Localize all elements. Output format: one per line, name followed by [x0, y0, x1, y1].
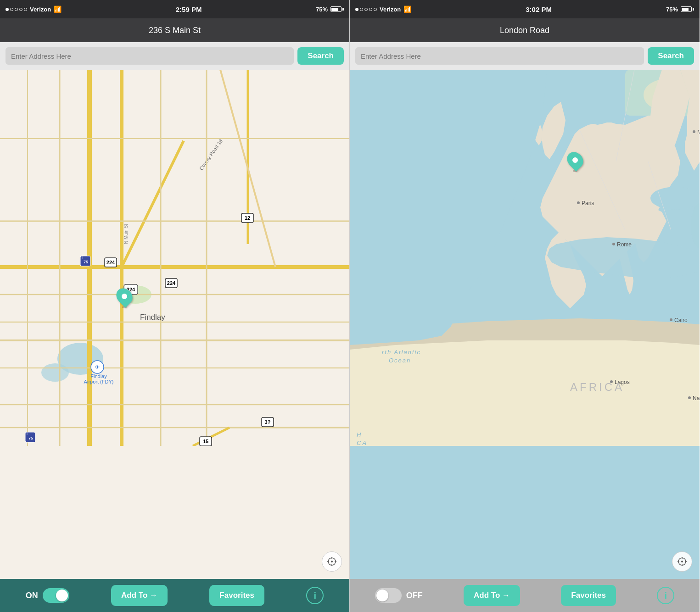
right-bottom-bar: OFF Add To → Favorites i — [350, 579, 700, 612]
right-carrier: Verizon — [380, 6, 401, 13]
right-toggle-label: OFF — [406, 591, 423, 601]
right-status-bar: Verizon 📶 3:02 PM 75% — [350, 0, 700, 18]
left-title: 236 S Main St — [149, 26, 201, 35]
left-location-icon — [326, 556, 337, 567]
svg-text:12: 12 — [245, 215, 250, 221]
left-map-findlay: County Road 18 — [0, 70, 349, 579]
dot-4 — [19, 8, 22, 11]
svg-text:75: 75 — [28, 436, 33, 440]
left-search-input[interactable] — [6, 47, 294, 65]
right-map-pin — [568, 151, 582, 172]
right-status-left: Verizon 📶 — [355, 6, 411, 13]
svg-point-68 — [612, 243, 615, 245]
svg-text:Nairobi: Nairobi — [693, 395, 700, 401]
left-battery-pct: 75% — [316, 6, 328, 13]
svg-text:I: I — [82, 256, 83, 259]
right-add-to-button[interactable]: Add To → — [464, 585, 520, 606]
svg-text:Airport (FDY): Airport (FDY) — [84, 379, 114, 384]
left-info-button[interactable]: i — [306, 587, 324, 604]
svg-text:✈: ✈ — [95, 363, 100, 371]
right-toggle-group: OFF — [375, 588, 423, 603]
svg-text:Moscow: Moscow — [697, 129, 700, 135]
svg-text:Paris: Paris — [582, 200, 594, 206]
left-search-bar: Search — [0, 42, 349, 70]
svg-rect-0 — [0, 70, 349, 446]
right-status-right: 75% — [666, 6, 694, 13]
svg-text:15: 15 — [203, 439, 208, 444]
svg-text:rth Atlantic: rth Atlantic — [382, 349, 421, 356]
right-map-area: London Paris Rome Moscow Cairo Lagos Nai… — [350, 70, 700, 579]
svg-point-72 — [670, 318, 672, 321]
svg-text:3?: 3? — [265, 419, 271, 425]
left-toggle-label: ON — [26, 591, 38, 601]
left-toggle-group: ON — [26, 588, 69, 603]
right-dot-2 — [360, 8, 363, 11]
svg-text:H: H — [357, 431, 361, 438]
left-status-bar: Verizon 📶 2:59 PM 75% — [0, 0, 349, 18]
right-location-btn[interactable] — [672, 551, 692, 572]
left-status-right: 75% — [316, 6, 344, 13]
right-phone-panel: Verizon 📶 3:02 PM 75% London Road Search — [350, 0, 700, 612]
svg-text:Findlay: Findlay — [140, 313, 165, 322]
left-toggle-switch[interactable] — [43, 588, 69, 603]
left-battery-tip — [342, 8, 344, 11]
svg-text:Ocean: Ocean — [389, 357, 411, 364]
svg-text:Findlay: Findlay — [90, 373, 107, 379]
svg-point-3 — [41, 363, 69, 382]
right-location-icon — [677, 556, 688, 567]
svg-point-51 — [331, 561, 333, 562]
right-toggle-switch[interactable] — [375, 588, 402, 603]
left-battery — [330, 6, 344, 12]
right-title: London Road — [500, 26, 549, 35]
dot-3 — [15, 8, 18, 11]
right-time: 3:02 PM — [526, 6, 552, 13]
dot-5 — [24, 8, 27, 11]
right-signal-dots — [355, 8, 377, 11]
right-search-bar: Search — [350, 42, 700, 70]
left-toggle-knob — [56, 590, 68, 601]
left-favorites-button[interactable]: Favorites — [209, 585, 264, 606]
svg-text:75: 75 — [84, 260, 88, 264]
svg-text:AFRICA: AFRICA — [570, 381, 624, 393]
svg-point-70 — [693, 130, 695, 133]
right-wifi-icon: 📶 — [403, 6, 411, 13]
svg-text:I: I — [27, 432, 28, 435]
right-info-button[interactable]: i — [657, 587, 674, 604]
right-title-bar: London Road — [350, 18, 700, 42]
left-map-svg: County Road 18 — [0, 70, 349, 446]
left-time: 2:59 PM — [176, 6, 202, 13]
left-add-to-button[interactable]: Add To → — [111, 585, 168, 606]
left-phone-panel: Verizon 📶 2:59 PM 75% 236 S Main St Sear… — [0, 0, 350, 612]
svg-text:224: 224 — [106, 260, 115, 265]
dot-2 — [10, 8, 13, 11]
right-dot-5 — [374, 8, 377, 11]
right-dot-3 — [364, 8, 368, 11]
left-map-pin — [117, 288, 132, 308]
left-battery-body — [330, 6, 342, 12]
svg-point-85 — [681, 561, 683, 562]
left-title-bar: 236 S Main St — [0, 18, 349, 42]
right-dot-4 — [369, 8, 372, 11]
right-search-button[interactable]: Search — [648, 47, 694, 65]
right-favorites-button[interactable]: Favorites — [561, 585, 616, 606]
left-map-area: County Road 18 — [0, 70, 349, 579]
right-battery-body — [681, 6, 692, 12]
left-search-button[interactable]: Search — [297, 47, 344, 65]
svg-text:Cairo: Cairo — [674, 317, 688, 323]
right-toggle-knob — [376, 590, 388, 601]
right-battery-tip — [693, 8, 694, 11]
svg-text:Rome: Rome — [617, 241, 632, 248]
svg-text:224: 224 — [167, 280, 176, 286]
svg-point-76 — [688, 396, 691, 399]
left-wifi-icon: 📶 — [54, 6, 62, 13]
right-battery-pct: 75% — [666, 6, 678, 13]
svg-point-66 — [577, 201, 580, 204]
left-status-left: Verizon 📶 — [6, 6, 62, 13]
svg-text:C A: C A — [357, 440, 366, 446]
left-bottom-bar: ON Add To → Favorites i — [0, 579, 349, 612]
svg-text:N Main St: N Main St — [123, 224, 129, 244]
right-dot-1 — [355, 8, 358, 11]
right-search-input[interactable] — [355, 47, 644, 65]
left-location-btn[interactable] — [322, 551, 342, 572]
left-signal-dots — [6, 8, 27, 11]
